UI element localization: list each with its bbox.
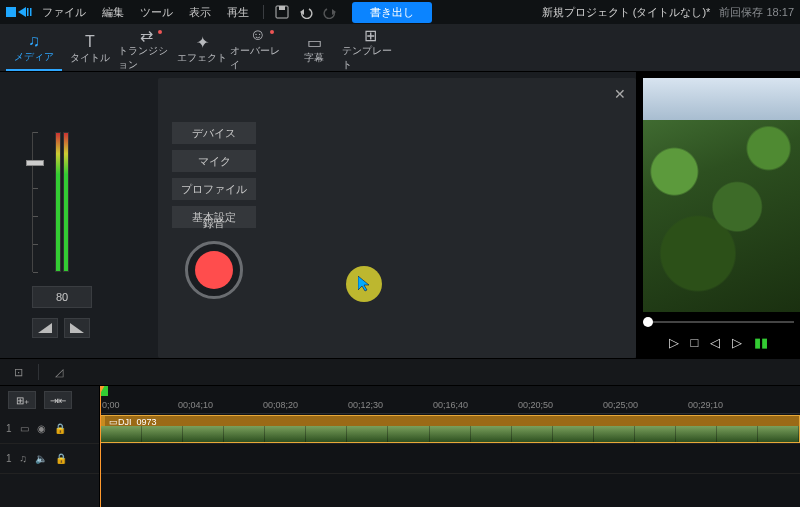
rec-tab-profile[interactable]: プロファイル — [172, 178, 256, 200]
svg-marker-1 — [18, 7, 26, 17]
new-dot — [158, 30, 162, 34]
export-button[interactable]: 書き出し — [352, 2, 432, 23]
template-icon: ⊞ — [364, 26, 377, 44]
project-title: 新規プロジェクト (タイトルなし)* 前回保存 18:17 — [542, 5, 794, 20]
rec-tab-device[interactable]: デバイス — [172, 122, 256, 144]
divider — [38, 364, 39, 380]
menu-edit[interactable]: 編集 — [94, 1, 132, 24]
tab-effect[interactable]: ✦エフェクト — [174, 27, 230, 71]
ruler-tick: 00;20;50 — [518, 400, 553, 410]
record-label: 録音 — [172, 216, 256, 231]
play-icon[interactable]: ▷ — [669, 335, 679, 350]
svg-marker-10 — [358, 276, 369, 291]
cursor-highlight — [346, 266, 382, 302]
new-dot — [270, 30, 274, 34]
fade-out-button[interactable] — [64, 318, 90, 338]
overlay-icon: ☺ — [250, 26, 266, 44]
snap-button[interactable]: ⇥⇤ — [44, 391, 72, 409]
stop-icon[interactable]: □ — [691, 335, 699, 350]
tab-title[interactable]: Tタイトル — [62, 27, 118, 71]
eraser-icon[interactable]: ◿ — [49, 362, 69, 382]
volume-slider-knob[interactable] — [26, 160, 44, 166]
ruler-tick: 00;29;10 — [688, 400, 723, 410]
tab-transition[interactable]: ⇄トランジション — [118, 27, 174, 71]
audio-track-header[interactable]: 1 ♫ 🔈 🔒 — [0, 444, 99, 474]
audio-track[interactable] — [100, 444, 800, 474]
ruler-tick: 00;08;20 — [263, 400, 298, 410]
record-dot-icon — [195, 251, 233, 289]
tab-media[interactable]: ♫メディア — [6, 27, 62, 71]
pause-icon[interactable]: ▮▮ — [754, 335, 768, 350]
tab-subtitle[interactable]: ▭字幕 — [286, 27, 342, 71]
record-button[interactable] — [185, 241, 243, 299]
svg-marker-0 — [6, 7, 16, 17]
preview-seek-bar[interactable] — [643, 318, 794, 326]
svg-rect-5 — [279, 6, 285, 10]
svg-rect-3 — [30, 8, 32, 16]
svg-rect-2 — [27, 8, 29, 16]
svg-marker-8 — [38, 323, 52, 333]
video-clip[interactable]: ▭ DJI_0973 — [100, 415, 800, 443]
tab-template[interactable]: ⊞テンプレート — [342, 27, 398, 71]
volume-value[interactable]: 80 — [32, 286, 92, 308]
menu-tools[interactable]: ツール — [132, 1, 181, 24]
app-logo — [6, 4, 34, 20]
fade-in-button[interactable] — [32, 318, 58, 338]
seek-knob[interactable] — [643, 317, 653, 327]
tab-overlay[interactable]: ☺オーバーレイ — [230, 27, 286, 71]
close-icon[interactable]: ✕ — [614, 86, 626, 102]
audio-meter[interactable] — [32, 132, 92, 272]
ruler-tick: 0;00 — [102, 400, 120, 410]
menu-file[interactable]: ファイル — [34, 1, 94, 24]
audio-track-icon: ♫ — [20, 453, 28, 464]
meter-scale — [32, 132, 44, 272]
undo-icon[interactable] — [298, 4, 314, 20]
ruler-tick: 00;16;40 — [433, 400, 468, 410]
video-track[interactable]: ▭ DJI_0973 — [100, 414, 800, 444]
ruler-tick: 00;12;30 — [348, 400, 383, 410]
timeline-ruler[interactable]: 0;00 00;04;10 00;08;20 00;12;30 00;16;40… — [100, 386, 800, 414]
svg-marker-9 — [70, 323, 84, 333]
video-track-icon: ▭ — [20, 423, 29, 434]
cursor-icon — [358, 276, 370, 292]
media-icon: ♫ — [28, 32, 40, 50]
clip-thumbnails — [101, 426, 799, 442]
timeline-settings-icon[interactable]: ⊡ — [8, 362, 28, 382]
ruler-tick: 00;04;10 — [178, 400, 213, 410]
title-icon: T — [85, 33, 95, 51]
effect-icon: ✦ — [196, 33, 209, 51]
rec-tab-mic[interactable]: マイク — [172, 150, 256, 172]
ruler-tick: 00;25;00 — [603, 400, 638, 410]
recording-panel: ✕ デバイス マイク プロファイル 基本設定 録音 — [158, 78, 636, 358]
save-icon[interactable] — [274, 4, 290, 20]
menu-play[interactable]: 再生 — [219, 1, 257, 24]
preview-viewport[interactable] — [643, 78, 800, 312]
prev-frame-icon[interactable]: ◁ — [710, 335, 720, 350]
lock-icon[interactable]: 🔒 — [54, 423, 66, 434]
redo-icon[interactable] — [322, 4, 338, 20]
playhead[interactable] — [100, 386, 101, 507]
next-frame-icon[interactable]: ▷ — [732, 335, 742, 350]
mute-icon[interactable]: 🔈 — [35, 453, 47, 464]
lock-icon[interactable]: 🔒 — [55, 453, 67, 464]
visibility-icon[interactable]: ◉ — [37, 423, 46, 434]
subtitle-icon: ▭ — [307, 33, 322, 51]
menu-divider — [263, 5, 264, 19]
add-track-button[interactable]: ⊞₊ — [8, 391, 36, 409]
menu-view[interactable]: 表示 — [181, 1, 219, 24]
transition-icon: ⇄ — [140, 26, 153, 44]
video-track-header[interactable]: 1 ▭ ◉ 🔒 — [0, 414, 99, 444]
